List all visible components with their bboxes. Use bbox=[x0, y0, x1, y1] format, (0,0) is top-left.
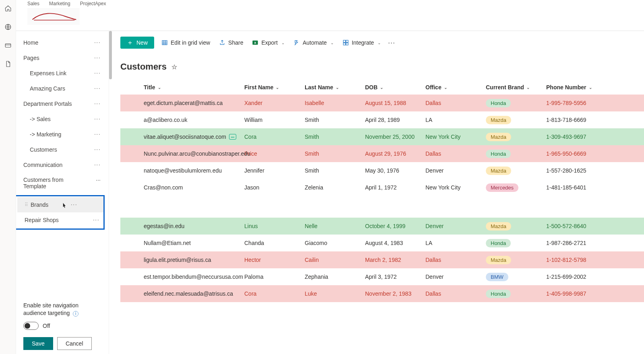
brand-pill: Mazda bbox=[486, 222, 511, 231]
card-icon[interactable] bbox=[4, 42, 12, 49]
nav-item[interactable]: ⠿Brands··· bbox=[17, 197, 103, 212]
col-header-phone[interactable]: Phone Number⌄ bbox=[543, 84, 607, 91]
more-icon[interactable]: ··· bbox=[94, 85, 101, 92]
nav-item[interactable]: Amazing Cars··· bbox=[16, 81, 105, 96]
table-row[interactable]: natoque@vestibulumlorem.eduJenniferSmith… bbox=[120, 162, 644, 179]
audience-targeting-toggle[interactable] bbox=[23, 322, 39, 330]
automate-icon bbox=[293, 39, 300, 46]
more-icon[interactable]: ··· bbox=[93, 216, 99, 224]
nav-settings-panel: Enable site navigation audience targetin… bbox=[16, 295, 109, 354]
svg-rect-5 bbox=[343, 40, 345, 42]
site-nav: Home···Pages···Expenses Link···Amazing C… bbox=[16, 31, 109, 354]
nav-highlight-group: ⠿Brands···Repair Shops··· bbox=[16, 195, 105, 230]
app-rail bbox=[0, 0, 16, 354]
col-header-firstname[interactable]: First Name⌄ bbox=[241, 84, 301, 91]
svg-rect-2 bbox=[162, 41, 167, 45]
more-icon[interactable]: ··· bbox=[94, 100, 101, 107]
favorite-star-icon[interactable]: ☆ bbox=[171, 63, 177, 71]
table-row[interactable]: eleifend.nec.malesuada@atrisus.caCoraLuk… bbox=[120, 285, 644, 302]
more-icon[interactable]: ··· bbox=[71, 201, 77, 208]
nav-item[interactable]: Communication··· bbox=[16, 157, 105, 173]
brand-pill: Mazda bbox=[486, 167, 511, 175]
cancel-button[interactable]: Cancel bbox=[57, 337, 92, 350]
table-row[interactable]: est.tempor.bibendum@neccursusa.comPaloma… bbox=[120, 268, 644, 285]
chevron-down-icon: ⌄ bbox=[444, 85, 447, 90]
nav-item[interactable]: Expenses Link··· bbox=[16, 66, 105, 81]
top-tab[interactable]: Sales bbox=[27, 1, 39, 6]
brand-pill: Honda bbox=[486, 99, 511, 107]
nav-item[interactable]: -> Sales··· bbox=[16, 111, 105, 127]
excel-icon: X bbox=[252, 39, 258, 46]
table-row[interactable]: Cras@non.comJasonZeleniaApril 1, 1972New… bbox=[120, 179, 644, 196]
save-button[interactable]: Save bbox=[23, 337, 53, 350]
list-title: Customers bbox=[120, 62, 167, 72]
grid-header: Title⌄ First Name⌄ Last Name⌄ DOB⌄ Offic… bbox=[120, 80, 644, 95]
top-header: Sales Marketing ProjectApex bbox=[16, 0, 644, 25]
col-header-brand[interactable]: Current Brand⌄ bbox=[483, 84, 543, 91]
command-integrate[interactable]: Integrate⌄ bbox=[343, 39, 381, 46]
col-header-office[interactable]: Office⌄ bbox=[422, 84, 483, 91]
more-icon[interactable]: ··· bbox=[94, 115, 101, 123]
table-row[interactable]: vitae.aliquet@sociisnatoque.com•••CoraSm… bbox=[120, 128, 644, 145]
table-row[interactable]: Nunc.pulvinar.arcu@conubianostraper.eduP… bbox=[120, 145, 644, 162]
nav-scrollbar[interactable] bbox=[109, 31, 112, 354]
nav-item[interactable]: -> Marketing··· bbox=[16, 127, 105, 142]
plus-icon: ＋ bbox=[127, 39, 133, 46]
chevron-down-icon: ⌄ bbox=[336, 85, 339, 90]
new-button[interactable]: ＋ New bbox=[120, 37, 154, 49]
command-export[interactable]: XExport⌄ bbox=[252, 39, 284, 46]
more-icon[interactable]: ··· bbox=[94, 146, 101, 153]
table-row[interactable]: egestas@in.eduLinusNelleOctober 4, 1999D… bbox=[120, 218, 644, 235]
nav-item[interactable]: Customers··· bbox=[16, 142, 105, 157]
chevron-down-icon: ⌄ bbox=[330, 41, 334, 45]
more-icon[interactable]: ··· bbox=[94, 131, 101, 138]
chevron-down-icon: ⌄ bbox=[589, 85, 592, 90]
command-automate[interactable]: Automate⌄ bbox=[293, 39, 334, 46]
top-tab[interactable]: Marketing bbox=[49, 1, 70, 6]
brand-pill: Mazda bbox=[486, 256, 511, 264]
svg-text:X: X bbox=[254, 41, 257, 45]
brand-pill: Honda bbox=[486, 239, 511, 247]
col-header-lastname[interactable]: Last Name⌄ bbox=[301, 84, 362, 91]
table-row[interactable]: ligula.elit.pretium@risus.caHectorCailin… bbox=[120, 251, 644, 268]
more-icon[interactable]: ··· bbox=[96, 177, 101, 183]
toggle-state-label: Off bbox=[43, 323, 50, 329]
chevron-down-icon: ⌄ bbox=[526, 85, 530, 90]
comment-icon[interactable]: ••• bbox=[229, 134, 236, 140]
col-header-dob[interactable]: DOB⌄ bbox=[362, 84, 422, 91]
command-edit-in-grid-view[interactable]: Edit in grid view bbox=[161, 39, 210, 46]
command-more-icon[interactable]: ··· bbox=[388, 39, 395, 47]
svg-rect-7 bbox=[343, 43, 345, 45]
file-icon[interactable] bbox=[4, 60, 12, 68]
more-icon[interactable]: ··· bbox=[94, 54, 101, 62]
site-logo[interactable] bbox=[27, 8, 80, 25]
globe-icon[interactable] bbox=[4, 23, 12, 31]
top-tab[interactable]: ProjectApex bbox=[80, 1, 106, 6]
brand-pill: Honda bbox=[486, 290, 511, 298]
nav-item[interactable]: Department Portals··· bbox=[16, 96, 105, 111]
more-icon[interactable]: ··· bbox=[94, 70, 101, 77]
command-share[interactable]: Share bbox=[219, 39, 243, 46]
table-row[interactable]: a@aclibero.co.ukWilliamSmithApril 28, 19… bbox=[120, 111, 644, 128]
svg-rect-1 bbox=[5, 44, 11, 47]
nav-item[interactable]: Home··· bbox=[16, 35, 105, 50]
svg-rect-6 bbox=[346, 40, 348, 42]
nav-item-customers-template[interactable]: Customers from Template ··· bbox=[16, 173, 105, 193]
more-icon[interactable]: ··· bbox=[94, 161, 101, 169]
col-header-title[interactable]: Title⌄ bbox=[120, 84, 241, 91]
group-gap bbox=[120, 196, 644, 218]
grid-icon bbox=[161, 39, 168, 46]
nav-item[interactable]: Pages··· bbox=[16, 50, 105, 66]
nav-item[interactable]: Repair Shops··· bbox=[17, 212, 103, 228]
data-grid: Title⌄ First Name⌄ Last Name⌄ DOB⌄ Offic… bbox=[120, 80, 644, 302]
home-icon[interactable] bbox=[4, 5, 12, 12]
brand-pill: BMW bbox=[486, 273, 508, 281]
drag-grip-icon[interactable]: ⠿ bbox=[25, 202, 28, 208]
table-row[interactable]: eget.dictum.placerat@mattis.caXanderIsab… bbox=[120, 95, 644, 111]
more-icon[interactable]: ··· bbox=[94, 39, 101, 46]
brand-pill: Honda bbox=[486, 150, 511, 158]
brand-pill: Mazda bbox=[486, 133, 511, 141]
info-icon[interactable]: i bbox=[73, 311, 78, 317]
table-row[interactable]: Nullam@Etiam.netChandaGiacomoAugust 4, 1… bbox=[120, 235, 644, 251]
share-icon bbox=[219, 39, 225, 46]
